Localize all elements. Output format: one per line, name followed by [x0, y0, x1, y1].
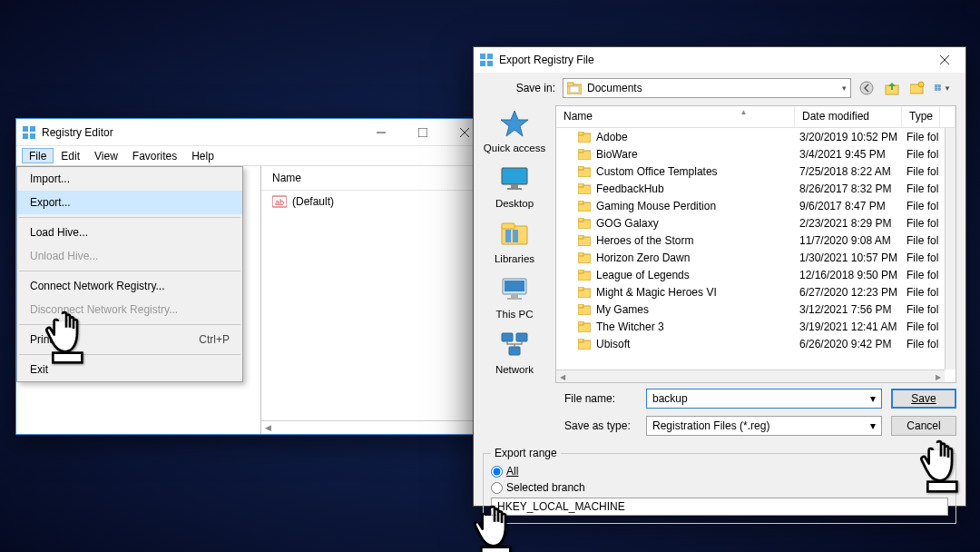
- svg-rect-23: [936, 84, 938, 87]
- registry-editor-window: Registry Editor File Edit View Favorites…: [15, 118, 486, 435]
- menu-favorites[interactable]: Favorites: [125, 148, 184, 163]
- radio-selected-label: Selected branch: [506, 481, 585, 494]
- col-date-modified[interactable]: Date modified: [795, 106, 902, 127]
- vertical-scrollbar[interactable]: [945, 128, 956, 370]
- folder-name: The Witcher 3: [594, 320, 799, 333]
- svg-rect-37: [511, 294, 518, 298]
- branch-path-input[interactable]: [491, 498, 948, 516]
- export-range-legend: Export range: [491, 447, 561, 459]
- place-this-pc[interactable]: This PC: [476, 275, 554, 320]
- file-listing[interactable]: ▲ Name Date modified Type Adobe3/20/2019…: [555, 105, 956, 383]
- svg-rect-10: [480, 54, 485, 59]
- svg-rect-61: [578, 287, 583, 291]
- radio-all-input[interactable]: [491, 466, 503, 478]
- menu-file[interactable]: File: [22, 148, 54, 163]
- regedit-values-pane[interactable]: Name ab (Default): [261, 166, 485, 434]
- view-menu-button[interactable]: [935, 80, 951, 96]
- folder-icon: [556, 201, 594, 212]
- values-header-name[interactable]: Name: [261, 166, 485, 191]
- folder-name: Ubisoft: [594, 338, 799, 350]
- save-button[interactable]: Save: [891, 389, 956, 409]
- folder-date: 2/23/2021 8:29 PM: [799, 217, 906, 230]
- menu-export[interactable]: Export...: [17, 191, 242, 214]
- horizontal-scrollbar[interactable]: ◀▶: [556, 370, 945, 382]
- svg-rect-53: [578, 218, 583, 222]
- svg-rect-3: [30, 133, 35, 139]
- folder-icon: [556, 304, 594, 315]
- string-value-icon: ab: [272, 194, 287, 209]
- folder-row[interactable]: Heroes of the Storm11/7/2020 9:08 AMFile…: [556, 232, 956, 249]
- folder-row[interactable]: GOG Galaxy2/23/2021 8:29 PMFile fol: [556, 214, 956, 232]
- radio-selected-input[interactable]: [491, 482, 503, 494]
- menu-import[interactable]: Import...: [17, 167, 242, 191]
- dlg-titlebar[interactable]: Export Registry File: [474, 47, 965, 73]
- minimize-button[interactable]: [360, 119, 402, 146]
- place-network[interactable]: Network: [476, 330, 554, 375]
- folder-row[interactable]: Adobe3/20/2019 10:52 PMFile fol: [556, 128, 956, 145]
- folder-row[interactable]: Ubisoft6/26/2020 9:42 PMFile fol: [556, 335, 956, 352]
- cancel-button[interactable]: Cancel: [891, 416, 956, 436]
- folder-row[interactable]: Gaming Mouse Perdition9/6/2017 8:47 PMFi…: [556, 197, 956, 214]
- folder-row[interactable]: Might & Magic Heroes VI6/27/2020 12:23 P…: [556, 283, 956, 301]
- maximize-button[interactable]: [402, 119, 444, 146]
- up-one-level-button[interactable]: [884, 80, 900, 96]
- menu-exit[interactable]: Exit: [17, 358, 242, 381]
- regedit-tree-pane[interactable]: Import... Export... Load Hive... Unload …: [16, 166, 261, 434]
- file-name-input[interactable]: backup ▾: [646, 389, 882, 409]
- new-folder-button[interactable]: [909, 80, 926, 96]
- back-button[interactable]: [858, 80, 875, 96]
- folder-name: Heroes of the Storm: [594, 234, 799, 247]
- folder-icon: [556, 270, 594, 281]
- folder-name: Custom Office Templates: [594, 165, 799, 178]
- menu-connect-network-registry[interactable]: Connect Network Registry...: [17, 274, 242, 298]
- folder-type: File fol: [906, 251, 945, 264]
- folder-row[interactable]: My Games3/12/2021 7:56 PMFile fol: [556, 301, 956, 318]
- regedit-titlebar[interactable]: Registry Editor: [16, 119, 485, 146]
- value-row-default[interactable]: ab (Default): [261, 191, 485, 212]
- place-libraries[interactable]: Libraries: [476, 220, 554, 264]
- svg-rect-41: [509, 347, 520, 355]
- folder-row[interactable]: League of Legends12/16/2018 9:50 PMFile …: [556, 266, 956, 283]
- export-registry-dialog: Export Registry File Save in: Documents …: [473, 46, 966, 507]
- radio-all[interactable]: All: [491, 463, 948, 479]
- svg-rect-49: [578, 183, 583, 187]
- regedit-icon: [479, 53, 494, 67]
- folder-row[interactable]: FeedbackHub8/26/2017 8:32 PMFile fol: [556, 180, 956, 197]
- folder-date: 1/30/2021 10:57 PM: [799, 251, 906, 264]
- svg-rect-57: [578, 252, 583, 256]
- savein-combo[interactable]: Documents ▾: [563, 78, 851, 98]
- radio-selected-branch[interactable]: Selected branch: [491, 479, 948, 496]
- svg-rect-26: [938, 88, 941, 91]
- sort-indicator-icon: ▲: [740, 108, 747, 116]
- col-type[interactable]: Type: [902, 106, 940, 127]
- listing-header: Name Date modified Type: [556, 106, 956, 128]
- folder-type: File fol: [906, 200, 945, 212]
- svg-rect-2: [23, 133, 28, 139]
- dlg-close-button[interactable]: [924, 47, 965, 73]
- svg-rect-65: [578, 321, 583, 325]
- folder-icon: [556, 183, 594, 194]
- svg-rect-0: [23, 126, 28, 132]
- menu-unload-hive-label: Unload Hive...: [30, 250, 98, 262]
- folder-row[interactable]: Custom Office Templates7/25/2018 8:22 AM…: [556, 163, 956, 180]
- file-name-label: File name:: [564, 392, 637, 405]
- place-desktop[interactable]: Desktop: [476, 164, 554, 209]
- menu-load-hive[interactable]: Load Hive...: [17, 221, 242, 244]
- scroll-left-arrow[interactable]: ◀: [261, 423, 271, 432]
- save-as-type-combo[interactable]: Registration Files (*.reg) ▾: [646, 416, 882, 436]
- folder-type: File fol: [906, 320, 945, 333]
- menu-print[interactable]: Print... Ctrl+P: [17, 328, 242, 351]
- folder-row[interactable]: The Witcher 33/19/2021 12:41 AMFile fol: [556, 318, 956, 335]
- col-name[interactable]: Name: [556, 106, 795, 127]
- place-network-label: Network: [476, 364, 554, 375]
- menu-view[interactable]: View: [87, 148, 125, 163]
- folder-row[interactable]: Horizon Zero Dawn1/30/2021 10:57 PMFile …: [556, 249, 956, 266]
- folder-icon: [556, 339, 594, 350]
- menu-edit[interactable]: Edit: [54, 148, 87, 163]
- svg-marker-27: [501, 111, 528, 136]
- svg-rect-39: [502, 333, 513, 341]
- folder-row[interactable]: BioWare3/4/2021 9:45 PMFile fol: [556, 145, 956, 163]
- menu-help[interactable]: Help: [184, 148, 221, 163]
- place-quick-access[interactable]: Quick access: [476, 109, 554, 153]
- svg-rect-63: [578, 304, 583, 308]
